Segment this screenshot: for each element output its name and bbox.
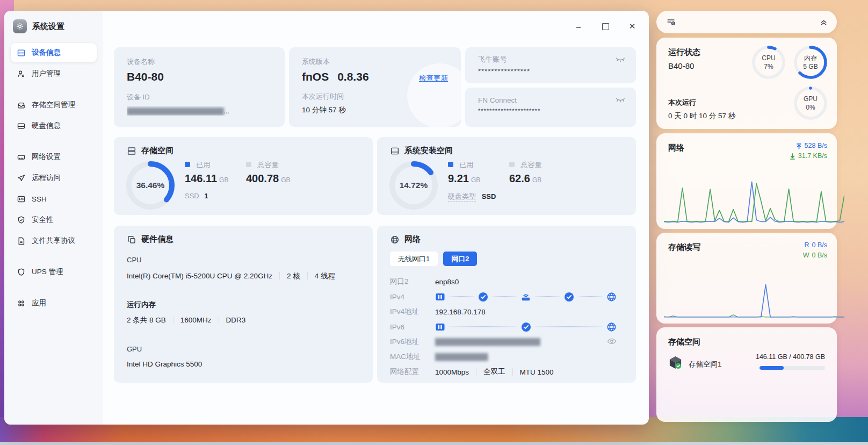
close-button[interactable]: ✕: [626, 20, 638, 32]
check-update-link[interactable]: 检查更新: [419, 74, 448, 83]
read-rate: 0 B/s: [812, 240, 828, 250]
eye-closed-icon[interactable]: [616, 96, 625, 106]
sidebar-item-remote-access[interactable]: 远程访问: [11, 168, 97, 188]
sidebar-item-label: 安全性: [32, 215, 54, 225]
maximize-icon: [602, 23, 609, 30]
sidebar-item-storage-management[interactable]: 存储空间管理: [11, 95, 97, 114]
mac-address-label: MAC地址: [390, 352, 435, 362]
storage-space-card: 存储空间 36.46% 已用 146.11GB 总容量 400.78GB SSD…: [114, 137, 373, 215]
ram-type: DDR3: [226, 316, 246, 324]
sidebar-item-label: 用户管理: [32, 69, 61, 78]
download-arrow-icon: [790, 153, 795, 160]
gpu-ring: GPU0%: [793, 85, 828, 121]
cpu-ring-value: 7%: [764, 62, 773, 71]
storage-monitor-card: 存储空间 存储空间1 146.11 GB / 400.78 GB: [656, 327, 837, 422]
total-legend-swatch: [246, 162, 251, 167]
connection-line: [449, 296, 474, 297]
hardware-info-card: 硬件信息 CPU Intel(R) Core(TM) i5-5200U CPU …: [114, 226, 373, 383]
write-rate: 0 B/s: [812, 250, 828, 261]
disk-type-value: SSD: [482, 192, 496, 200]
sidebar-item-device-info[interactable]: 设备信息: [11, 43, 97, 62]
collapse-panel-icon[interactable]: [819, 17, 828, 28]
tab-port-2[interactable]: 网口2: [443, 252, 477, 266]
total-value: 400.78: [246, 173, 279, 184]
monitor-settings-icon[interactable]: [666, 17, 676, 29]
device-info-icon: [17, 48, 26, 58]
network-title: 网络: [404, 234, 421, 245]
ram-frequency: 1600MHz: [180, 316, 212, 324]
cpu-ring-label: CPU: [762, 54, 775, 62]
fn-connect-card: FN Connect **********************: [465, 88, 636, 127]
system-percent: 14.72%: [389, 161, 438, 210]
used-label: 已用: [459, 161, 473, 169]
os-name: fnOS: [302, 70, 329, 83]
minimize-button[interactable]: –: [573, 20, 584, 32]
sidebar-item-label: 网络设置: [32, 152, 61, 162]
connection-line: [578, 296, 603, 297]
status-uptime-label: 本次运行: [668, 98, 696, 107]
computer-icon: [435, 322, 445, 332]
status-title: 运行状态: [668, 47, 700, 58]
sidebar-item-ssh[interactable]: SSH: [11, 189, 97, 209]
eye-icon[interactable]: [607, 338, 617, 347]
eye-closed-icon[interactable]: [616, 56, 625, 66]
cpu-ring: CPU7%: [751, 45, 786, 80]
sidebar-item-apps[interactable]: 应用: [11, 293, 97, 313]
sidebar-item-disk-info[interactable]: 硬盘信息: [11, 116, 97, 135]
ssd-label: SSD: [185, 192, 199, 200]
gpu-label: GPU: [127, 345, 142, 353]
status-uptime-value: 0 天 0 时 10 分 57 秒: [668, 111, 735, 121]
ram-size: 2 条共 8 GB: [127, 316, 166, 324]
fn-connect-masked: **********************: [478, 107, 623, 114]
network-tabs: 无线网口1 网口2: [390, 252, 477, 266]
memory-ring: 内存5 GB: [793, 45, 828, 80]
shield-icon: [17, 268, 26, 277]
fn-account-label: 飞牛账号: [478, 55, 623, 64]
gpu-ring-label: GPU: [804, 95, 818, 103]
storage-pool-usage: 146.11 GB / 400.78 GB: [756, 353, 825, 361]
os-version: 0.8.36: [337, 70, 368, 83]
users-icon: [17, 69, 26, 78]
sidebar-item-user-management[interactable]: 用户管理: [11, 64, 97, 83]
sidebar-item-security[interactable]: 安全性: [11, 210, 97, 229]
system-install-title: 系统安装空间: [404, 146, 453, 156]
port-label: 网口2: [390, 277, 435, 286]
sidebar-item-label: 文件共享协议: [32, 236, 75, 246]
used-value: 146.11: [185, 173, 217, 184]
memory-ring-label: 内存: [804, 54, 817, 62]
tab-wireless-port-1[interactable]: 无线网口1: [390, 252, 438, 266]
disk-type-label: 硬盘类型: [448, 192, 476, 202]
storage-monitor-title: 存储空间: [668, 337, 700, 347]
inbox-icon: [17, 101, 26, 110]
gpu-model: Intel HD Graphics 5500: [127, 360, 202, 368]
read-label: R: [804, 240, 809, 250]
sidebar-item-ups[interactable]: UPS 管理: [11, 262, 97, 282]
system-settings-window: – ✕ 系统设置 设备信息 用户管理 存储空间管理 硬盘信: [4, 11, 649, 425]
maximize-button[interactable]: [599, 20, 611, 32]
internet-globe-icon: [606, 322, 617, 332]
sidebar-item-file-sharing[interactable]: 文件共享协议: [11, 231, 97, 250]
ipv4-address-label: IPv4地址: [390, 307, 435, 317]
used-unit: GB: [219, 176, 228, 184]
storage-pool-bar: [760, 366, 825, 370]
paper-plane-icon: [17, 174, 26, 183]
sidebar-item-label: 应用: [32, 298, 46, 308]
used-unit: GB: [471, 176, 480, 184]
internet-globe-icon: [606, 292, 617, 302]
connection-line: [492, 296, 517, 297]
network-config-label: 网络配置: [390, 367, 435, 377]
sidebar-item-network-settings[interactable]: 网络设置: [11, 147, 97, 167]
total-unit: GB: [532, 176, 541, 184]
memory-ring-value: 5 GB: [803, 62, 818, 71]
divider: [219, 316, 219, 324]
running-status-card: 运行状态 B40-80 CPU7% 内存5 GB GPU0% 本次运行 0 天 …: [656, 38, 837, 129]
fn-connect-label: FN Connect: [478, 96, 623, 104]
check-circle-icon: [478, 292, 488, 302]
connection-line: [449, 326, 517, 327]
device-name-card: 设备名称 B40-80 设备 ID ██████████████████████…: [114, 47, 285, 127]
network-info-card: 网络 无线网口1 网口2 网口2 enp8s0 IPv4 IPv4地址 192.…: [377, 226, 636, 383]
apps-icon: [17, 299, 26, 308]
document-icon: [17, 236, 26, 246]
disk-sparkline: [664, 279, 844, 318]
network-sparkline: [664, 176, 844, 224]
